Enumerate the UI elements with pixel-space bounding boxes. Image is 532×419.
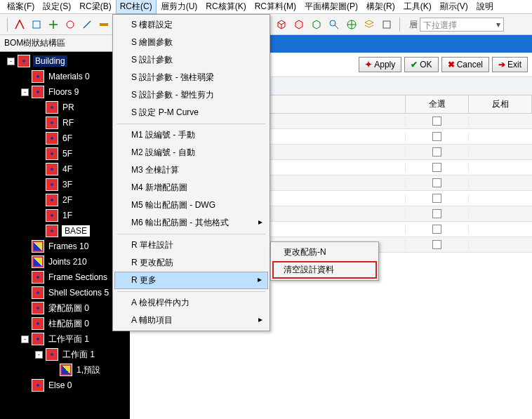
menu-item[interactable]: A 檢視桿件內力	[114, 294, 268, 312]
expand-icon[interactable]: -	[21, 335, 29, 343]
tree-node[interactable]: Joints 210	[0, 254, 130, 270]
menu-item[interactable]: M5 輸出配筋圖 - DWG	[114, 197, 268, 214]
menu-item[interactable]: R 更多	[114, 272, 268, 289]
tool-icon-6[interactable]	[96, 17, 112, 32]
cube-icon-2[interactable]	[291, 17, 307, 32]
tool-icon-5[interactable]	[79, 17, 95, 32]
checkbox[interactable]	[432, 225, 441, 234]
tree-node[interactable]: 4F	[0, 161, 130, 177]
checkbox[interactable]	[432, 178, 441, 187]
layer-select[interactable]: 下拉選擇	[420, 18, 504, 32]
frame-icon[interactable]	[379, 17, 394, 32]
tree-node[interactable]: 梁配筋圖 0	[0, 300, 130, 316]
svg-rect-5	[383, 21, 390, 28]
menu-7[interactable]: 平面構架圖(P)	[300, 0, 362, 14]
cube-icon-1[interactable]	[274, 17, 289, 32]
tree-node[interactable]: 1F	[0, 208, 130, 223]
r-more-submenu[interactable]: 更改配筋-N清空設計資料	[270, 241, 379, 281]
menu-1[interactable]: 設定(S)	[39, 0, 75, 14]
menu-item[interactable]: S 設計參數	[114, 51, 268, 69]
tree-node[interactable]: 2F	[0, 192, 130, 208]
menu-item[interactable]: R 單柱設計	[114, 237, 268, 254]
tool-icon-2[interactable]	[29, 17, 44, 32]
cube-icon-3[interactable]	[309, 17, 324, 32]
menu-9[interactable]: 工具(K)	[399, 0, 436, 14]
tree-node[interactable]: 3F	[0, 177, 130, 192]
node-label: Joints 210	[47, 256, 88, 267]
node-label: Frame Sections	[47, 272, 109, 283]
node-label: 4F	[61, 164, 74, 175]
ok-button[interactable]: ✔OK	[404, 57, 438, 72]
tree-node[interactable]: RF	[0, 115, 130, 131]
tool-icon-3[interactable]	[46, 17, 61, 32]
cancel-button[interactable]: ✖Cancel	[441, 57, 489, 72]
apply-button[interactable]: ✦Apply	[359, 57, 401, 72]
search-icon[interactable]	[326, 17, 342, 32]
expand-icon[interactable]: -	[21, 88, 29, 96]
layers-icon[interactable]	[361, 17, 377, 32]
checkbox[interactable]	[432, 240, 441, 249]
tree-node[interactable]: Else 0	[0, 378, 130, 393]
col-invert[interactable]: 反相	[469, 95, 532, 113]
menu-item[interactable]: S 設計參數 - 塑性剪力	[114, 86, 268, 104]
tree-node[interactable]: BASE	[0, 223, 130, 239]
tree-node[interactable]: 1,預設	[0, 362, 130, 378]
node-label: Materials 0	[47, 71, 91, 82]
menu-item[interactable]: R 更改配筋	[114, 254, 268, 272]
menu-5[interactable]: RC核算(K)	[201, 0, 250, 14]
tree-node[interactable]: 5F	[0, 146, 130, 161]
tree-node[interactable]: Frame Sections	[0, 270, 130, 285]
menu-4[interactable]: 層剪力(U)	[157, 0, 202, 14]
checkbox[interactable]	[432, 163, 441, 172]
checkbox[interactable]	[432, 132, 441, 141]
tree-node[interactable]: 柱配筋圖 0	[0, 316, 130, 331]
submenu-item[interactable]: 更改配筋-N	[272, 244, 377, 261]
menu-6[interactable]: RC算料(M)	[251, 0, 300, 14]
node-icon	[60, 364, 72, 376]
menu-item[interactable]: S 繪圖參數	[114, 34, 268, 51]
menu-10[interactable]: 顯示(V)	[436, 0, 472, 14]
menu-item[interactable]: M6 輸出配筋圖 - 其他格式	[114, 214, 268, 232]
tree-node[interactable]: -工作面 1	[0, 347, 130, 362]
tree-node[interactable]: -Building	[0, 53, 130, 69]
expand-icon[interactable]: -	[7, 58, 15, 65]
tree-node[interactable]: Shell Sections 5	[0, 285, 130, 300]
tool-icon-1[interactable]	[12, 17, 27, 32]
tree[interactable]: -BuildingMaterials 0-Floors 9PRRF6F5F4F3…	[0, 52, 130, 419]
submenu-item[interactable]: 清空設計資料	[272, 261, 377, 279]
menu-item[interactable]: S 設定 P-M Curve	[114, 104, 268, 121]
menu-8[interactable]: 構架(R)	[362, 0, 399, 14]
checkbox[interactable]	[432, 147, 441, 157]
menu-item[interactable]: M4 新增配筋圖	[114, 179, 268, 197]
exit-button[interactable]: ➔Exit	[492, 57, 528, 72]
globe-icon[interactable]	[344, 17, 359, 32]
node-icon	[46, 194, 58, 206]
menu-item[interactable]: A 輔助項目	[114, 312, 268, 329]
checkbox[interactable]	[432, 117, 441, 126]
menu-item[interactable]: M2 設編號 - 自動	[114, 144, 268, 161]
rc-column-menu[interactable]: S 樓群設定S 繪圖參數S 設計參數S 設計參數 - 強柱弱梁S 設計參數 - …	[112, 14, 270, 331]
menu-3[interactable]: RC柱(C)	[116, 0, 157, 14]
menu-item[interactable]: S 設計參數 - 強柱弱梁	[114, 69, 268, 86]
checkbox[interactable]	[432, 209, 441, 218]
menu-0[interactable]: 檔案(F)	[3, 0, 39, 14]
tree-node[interactable]: Materials 0	[0, 69, 130, 84]
tool-icon-4[interactable]	[62, 17, 78, 32]
node-label: 1F	[61, 210, 74, 221]
node-label: Frames 10	[47, 241, 90, 252]
node-icon	[32, 255, 44, 268]
menu-11[interactable]: 說明	[472, 0, 498, 14]
tree-node[interactable]: -Floors 9	[0, 84, 130, 100]
expand-icon[interactable]: -	[35, 351, 43, 359]
tree-node[interactable]: PR	[0, 100, 130, 115]
menu-2[interactable]: RC梁(B)	[75, 0, 115, 14]
checkbox[interactable]	[432, 194, 441, 203]
tree-node[interactable]: -工作平面 1	[0, 331, 130, 347]
tree-node[interactable]: 6F	[0, 131, 130, 146]
tree-node[interactable]: Frames 10	[0, 239, 130, 254]
menu-item[interactable]: M1 設編號 - 手動	[114, 126, 268, 144]
node-icon	[32, 379, 44, 392]
menu-item[interactable]: M3 全棟計算	[114, 161, 268, 179]
menu-item[interactable]: S 樓群設定	[114, 16, 268, 34]
col-select-all[interactable]: 全選	[406, 95, 469, 113]
